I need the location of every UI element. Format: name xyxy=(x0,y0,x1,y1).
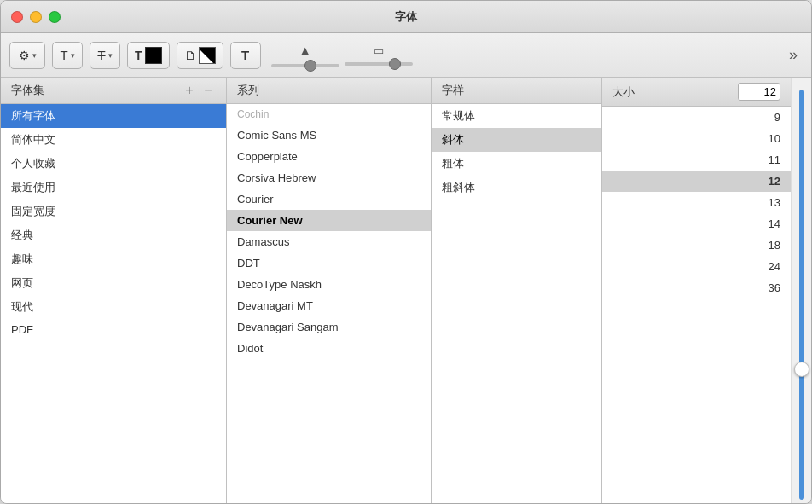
size-header-label: 大小 xyxy=(612,84,635,100)
series-list: Cochin Comic Sans MS Copperplate Corsiva… xyxy=(227,104,431,503)
chevron-down-icon: ▾ xyxy=(108,51,113,60)
list-item[interactable]: 粗体 xyxy=(432,152,601,176)
triangle-up-icon: ▲ xyxy=(299,43,312,59)
list-item[interactable]: 经典 xyxy=(1,223,226,247)
window-title: 字体 xyxy=(395,9,417,25)
list-item[interactable]: Comic Sans MS xyxy=(227,125,431,146)
list-item[interactable]: 网页 xyxy=(1,271,226,295)
style-header-label: 字样 xyxy=(442,83,464,98)
font-color-box xyxy=(145,47,162,64)
list-item[interactable]: 14 xyxy=(602,213,791,235)
list-item[interactable]: 36 xyxy=(602,277,791,298)
list-item-italic[interactable]: 斜体 xyxy=(432,128,601,152)
style-panel: 字样 常规体 斜体 粗体 粗斜体 xyxy=(432,78,602,503)
series-header-label: 系列 xyxy=(237,83,259,98)
list-item[interactable]: 个人收藏 xyxy=(1,152,226,176)
font-style-button-2[interactable]: Ŧ ▾ xyxy=(90,42,120,69)
vertical-slider-track xyxy=(799,90,804,500)
series-panel-header: 系列 xyxy=(227,78,431,104)
style-list: 常规体 斜体 粗体 粗斜体 xyxy=(432,104,601,503)
gear-icon: ⚙ xyxy=(19,49,30,62)
chevron-down-icon: ▾ xyxy=(71,51,75,60)
gear-menu-button[interactable]: ⚙ ▾ xyxy=(9,42,45,69)
main-content: 字体集 + − 所有字体 简体中文 个人收藏 最近使用 固定宽度 经典 趣味 网… xyxy=(1,78,811,503)
list-item[interactable]: Devanagari MT xyxy=(227,295,431,316)
list-item[interactable]: Damascus xyxy=(227,231,431,252)
list-item[interactable]: Cochin xyxy=(227,104,431,125)
collection-header-label: 字体集 xyxy=(11,83,44,98)
list-item-size-12[interactable]: 12 xyxy=(602,171,791,192)
size-panel-header: 大小 xyxy=(602,78,791,107)
window-controls xyxy=(11,11,61,23)
font-color-t-icon: T xyxy=(135,49,142,62)
list-item[interactable]: Didot xyxy=(227,338,431,359)
list-item[interactable]: 24 xyxy=(602,256,791,277)
list-item[interactable]: 13 xyxy=(602,192,791,213)
series-panel: 系列 Cochin Comic Sans MS Copperplate Cors… xyxy=(227,78,432,503)
size-slider-1[interactable] xyxy=(271,64,339,67)
document-icon: 🗋 xyxy=(184,49,196,62)
toolbar-sliders: ▲ ▭ xyxy=(271,43,413,67)
size-vertical-slider-panel xyxy=(791,78,811,503)
add-collection-button[interactable]: + xyxy=(182,83,197,98)
font-t-icon: T xyxy=(60,48,67,62)
square-icon: ▭ xyxy=(374,44,384,57)
list-item[interactable]: Devanagari Sangam xyxy=(227,316,431,338)
list-item[interactable]: 9 xyxy=(602,107,791,128)
list-item[interactable]: 粗斜体 xyxy=(432,176,601,200)
list-item[interactable]: DDT xyxy=(227,252,431,274)
minimize-button[interactable] xyxy=(30,11,42,23)
list-item[interactable]: 趣味 xyxy=(1,247,226,271)
document-color-half-box xyxy=(199,47,216,64)
list-item[interactable]: 常规体 xyxy=(432,104,601,128)
list-item-courier-new[interactable]: Courier New xyxy=(227,210,431,231)
collection-panel-header: 字体集 + − xyxy=(1,78,226,104)
style-panel-header: 字样 xyxy=(432,78,601,104)
font-color-button[interactable]: T xyxy=(127,42,170,69)
titlebar: 字体 xyxy=(1,1,811,33)
list-item[interactable]: 10 xyxy=(602,128,791,149)
remove-collection-button[interactable]: − xyxy=(200,83,216,98)
list-item[interactable]: Courier xyxy=(227,188,431,210)
list-item[interactable]: 18 xyxy=(602,235,791,256)
font-preview-button[interactable]: T xyxy=(230,42,261,69)
list-item[interactable]: 固定宽度 xyxy=(1,200,226,223)
toolbar: ⚙ ▾ T ▾ Ŧ ▾ T 🗋 T ▲ xyxy=(1,33,811,78)
list-item[interactable]: PDF xyxy=(1,319,226,340)
preview-t-icon: T xyxy=(241,48,249,62)
font-style-button-1[interactable]: T ▾ xyxy=(52,42,83,69)
list-item[interactable]: DecoType Naskh xyxy=(227,274,431,295)
slider-2-container: ▭ xyxy=(345,44,413,66)
maximize-button[interactable] xyxy=(49,11,61,23)
list-item[interactable]: 所有字体 xyxy=(1,104,226,128)
size-input-field[interactable] xyxy=(738,83,780,101)
collection-list: 所有字体 简体中文 个人收藏 最近使用 固定宽度 经典 趣味 网页 现代 PDF xyxy=(1,104,226,503)
list-item[interactable]: 最近使用 xyxy=(1,176,226,200)
chevron-down-icon: ▾ xyxy=(32,51,37,60)
list-item[interactable]: Copperplate xyxy=(227,146,431,167)
size-list-wrapper: 大小 9 10 11 12 13 14 18 24 36 xyxy=(602,78,791,503)
more-button[interactable]: » xyxy=(784,43,803,67)
collection-panel: 字体集 + − 所有字体 简体中文 个人收藏 最近使用 固定宽度 经典 趣味 网… xyxy=(1,78,227,503)
vertical-slider-thumb[interactable] xyxy=(794,362,809,377)
font-panel-window: 字体 ⚙ ▾ T ▾ Ŧ ▾ T 🗋 T ▲ xyxy=(0,0,812,504)
size-panel: 大小 9 10 11 12 13 14 18 24 36 xyxy=(602,78,811,503)
list-item[interactable]: 现代 xyxy=(1,295,226,319)
close-button[interactable] xyxy=(11,11,23,23)
collection-header-actions: + − xyxy=(182,83,216,98)
size-slider-2[interactable] xyxy=(345,62,413,66)
font-strikethrough-icon: Ŧ xyxy=(97,48,105,62)
document-color-button[interactable]: 🗋 xyxy=(177,42,223,69)
list-item[interactable]: 11 xyxy=(602,149,791,171)
list-item[interactable]: Corsiva Hebrew xyxy=(227,167,431,188)
list-item[interactable]: 简体中文 xyxy=(1,128,226,152)
size-list: 9 10 11 12 13 14 18 24 36 xyxy=(602,107,791,503)
slider-1-container: ▲ xyxy=(271,43,339,67)
